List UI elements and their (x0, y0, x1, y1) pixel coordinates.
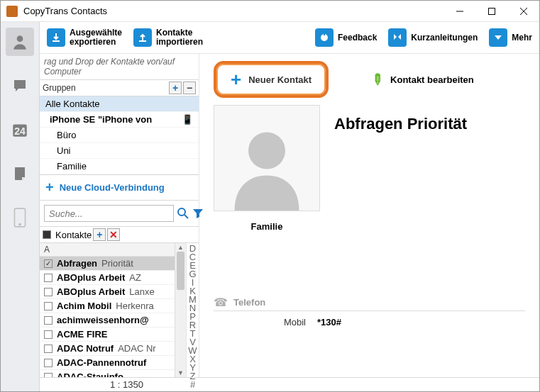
phone-small-icon: 📱 (182, 114, 193, 125)
add-group-icon[interactable]: + (169, 82, 182, 94)
group-item[interactable]: Familie (40, 159, 199, 174)
export-icon (47, 28, 65, 47)
group-device[interactable]: iPhone SE "iPhone von 📱 (40, 112, 199, 128)
scrollbar[interactable]: ▲ ▼ (175, 243, 186, 377)
search-input[interactable] (44, 205, 174, 222)
svg-text:24: 24 (14, 125, 26, 137)
contact-row[interactable]: Achim Mobil Herkenra (40, 299, 175, 313)
rail-notes-icon[interactable] (6, 159, 34, 188)
group-item[interactable]: Uni (40, 143, 199, 159)
edit-contact-button[interactable]: ✎ Kontakt bearbeiten (371, 71, 474, 88)
feedback-icon (315, 28, 334, 47)
contact-row[interactable]: ABOplus Arbeit Lanxe (40, 285, 175, 299)
new-cloud-button[interactable]: + Neue Cloud-Verbindung (40, 174, 199, 201)
more-button[interactable]: Mehr (489, 28, 532, 47)
rail-messages-icon[interactable] (6, 72, 34, 100)
contact-row[interactable]: ADAC-Stauinfo (40, 370, 175, 377)
checkbox[interactable]: ✓ (44, 259, 53, 268)
guides-button[interactable]: Kurzanleitungen (388, 28, 478, 47)
rail-calendar-icon[interactable]: 24 (6, 116, 34, 144)
remove-group-icon[interactable]: − (183, 82, 196, 94)
checkbox[interactable] (44, 330, 53, 339)
app-icon (6, 6, 18, 17)
feedback-button[interactable]: Feedback (315, 28, 377, 47)
delete-contact-icon[interactable]: ✕ (107, 228, 120, 241)
checkbox[interactable] (44, 316, 53, 325)
contact-name: Abfragen Priorität (334, 115, 467, 133)
checkbox[interactable] (44, 359, 53, 367)
svg-rect-7 (324, 34, 325, 35)
pen-icon: ✎ (367, 69, 387, 90)
az-index[interactable]: DCEGIKMNPRTVWXYZ# (186, 243, 199, 377)
import-button[interactable]: Kontakte importieren (133, 28, 203, 47)
window-close[interactable] (507, 1, 539, 21)
new-contact-button[interactable]: + Neuer Kontakt (214, 61, 329, 98)
groups-header: Gruppen + − (40, 80, 199, 96)
plus-icon: + (45, 179, 54, 196)
import-icon (133, 28, 152, 47)
app-title: CopyTrans Contacts (23, 6, 443, 16)
phone-icon: ☎ (214, 296, 228, 309)
phone-section-header: ☎ Telefon (214, 296, 525, 311)
guides-icon (388, 28, 407, 47)
avatar (214, 105, 320, 211)
contact-row[interactable]: ACME FIRE (40, 327, 175, 342)
select-all-checkbox[interactable] (43, 230, 51, 239)
group-item[interactable]: Büro (40, 128, 199, 143)
scroll-thumb[interactable] (177, 252, 184, 290)
checkbox[interactable] (44, 302, 53, 310)
contacts-list: A ✓Abfragen PrioritätABOplus Arbeit AZAB… (40, 243, 175, 377)
window-minimize[interactable] (443, 1, 475, 21)
svg-point-5 (19, 224, 21, 225)
svg-rect-0 (488, 8, 495, 14)
svg-point-9 (248, 133, 285, 169)
status-bar: 1 : 1350 (40, 377, 539, 391)
svg-point-1 (17, 35, 23, 42)
svg-point-8 (178, 208, 185, 215)
letter-header: A (40, 243, 175, 257)
scroll-up-icon[interactable]: ▲ (175, 243, 186, 252)
groups-list: Alle Kontakte iPhone SE "iPhone von 📱 Bü… (40, 96, 199, 174)
window-maximize[interactable] (475, 1, 507, 21)
contact-row[interactable]: ✓Abfragen Priorität (40, 257, 175, 271)
drag-hint: rag und Drop der Kontakte von/auf Comput… (40, 54, 199, 80)
group-all[interactable]: Alle Kontakte (40, 96, 199, 112)
export-button[interactable]: Ausgewählte exportieren (47, 28, 122, 47)
contact-row[interactable]: ADAC Notruf ADAC Nr (40, 342, 175, 356)
more-icon (489, 28, 507, 47)
titlebar: CopyTrans Contacts (1, 1, 539, 22)
phone-entry: Mobil *130# (214, 311, 525, 327)
left-rail: 24 (1, 22, 40, 391)
checkbox[interactable] (44, 345, 53, 353)
checkbox[interactable] (44, 288, 53, 296)
contact-group: Familie (214, 221, 320, 232)
checkbox[interactable] (44, 274, 53, 282)
contact-row[interactable]: ADAC-Pannennotruf (40, 356, 175, 370)
rail-device-icon[interactable] (6, 203, 34, 232)
contact-row[interactable]: ABOplus Arbeit AZ (40, 271, 175, 285)
toolbar: Ausgewählte exportieren Kontakte importi… (40, 22, 539, 53)
add-contact-icon[interactable]: + (93, 228, 106, 241)
search-icon[interactable] (177, 206, 189, 221)
contacts-header: Kontakte + ✕ (40, 227, 199, 243)
rail-contacts-icon[interactable] (6, 28, 34, 56)
contact-row[interactable]: achimweissenhorn@ (40, 313, 175, 327)
scroll-down-icon[interactable]: ▼ (175, 369, 186, 377)
plus-icon: + (231, 72, 241, 86)
